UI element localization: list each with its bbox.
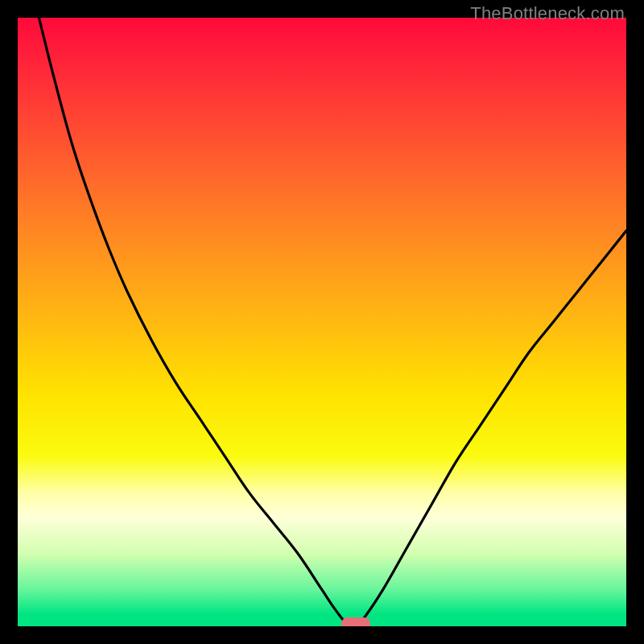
plot-area <box>18 18 626 626</box>
bottleneck-curve <box>18 18 626 626</box>
chart-root: TheBottleneck.com <box>0 0 644 644</box>
minimum-marker <box>341 617 370 626</box>
attribution-watermark: TheBottleneck.com <box>470 3 625 24</box>
curve-path <box>39 18 626 626</box>
